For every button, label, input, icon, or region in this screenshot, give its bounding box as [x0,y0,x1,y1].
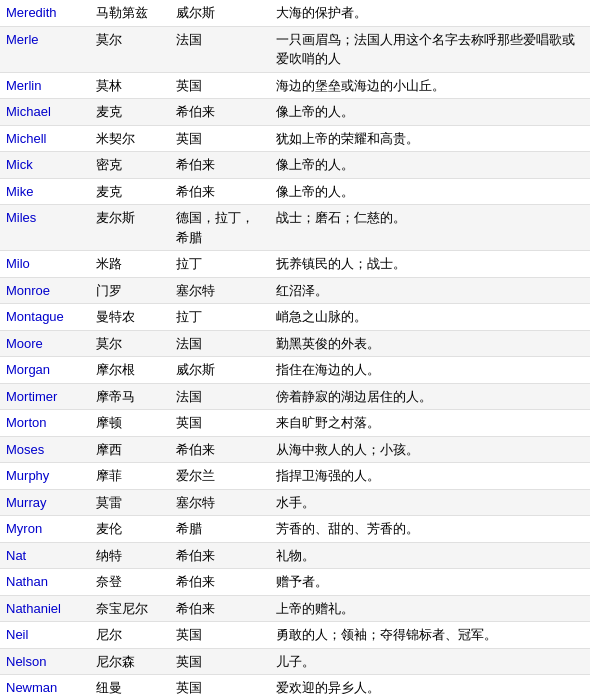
table-row: Nathaniel 奈宝尼尔 希伯来 上帝的赠礼。 [0,595,590,622]
meaning-cell: 抚养镇民的人；战士。 [270,251,590,278]
table-row: Meredith 马勒第兹 威尔斯 大海的保护者。 [0,0,590,26]
meaning-cell: 礼物。 [270,542,590,569]
meaning-cell: 红沼泽。 [270,277,590,304]
chinese-cell: 摩西 [90,436,170,463]
chinese-cell: 摩菲 [90,463,170,490]
meaning-cell: 勤黑英俊的外表。 [270,330,590,357]
name-cell[interactable]: Montague [0,304,90,331]
meaning-cell: 像上帝的人。 [270,178,590,205]
chinese-cell: 曼特农 [90,304,170,331]
chinese-cell: 奈宝尼尔 [90,595,170,622]
meaning-cell: 海边的堡垒或海边的小山丘。 [270,72,590,99]
name-cell[interactable]: Mortimer [0,383,90,410]
table-row: Moses 摩西 希伯来 从海中救人的人；小孩。 [0,436,590,463]
table-row: Miles 麦尔斯 德国，拉丁，希腊 战士；磨石；仁慈的。 [0,205,590,251]
table-row: Mick 密克 希伯来 像上帝的人。 [0,152,590,179]
table-row: Newman 纽曼 英国 爱欢迎的异乡人。 [0,675,590,695]
origin-cell: 希伯来 [170,569,270,596]
origin-cell: 英国 [170,72,270,99]
name-cell[interactable]: Mike [0,178,90,205]
chinese-cell: 门罗 [90,277,170,304]
name-cell[interactable]: Milo [0,251,90,278]
origin-cell: 英国 [170,675,270,695]
origin-cell: 法国 [170,330,270,357]
chinese-cell: 麦伦 [90,516,170,543]
origin-cell: 希伯来 [170,178,270,205]
origin-cell: 希伯来 [170,99,270,126]
origin-cell: 希腊 [170,516,270,543]
meaning-cell: 像上帝的人。 [270,99,590,126]
table-row: Montague 曼特农 拉丁 峭急之山脉的。 [0,304,590,331]
table-row: Nelson 尼尔森 英国 儿子。 [0,648,590,675]
name-cell[interactable]: Murphy [0,463,90,490]
table-row: Neil 尼尔 英国 勇敢的人；领袖；夺得锦标者、冠军。 [0,622,590,649]
meaning-cell: 来自旷野之村落。 [270,410,590,437]
table-row: Murray 莫雷 塞尔特 水手。 [0,489,590,516]
origin-cell: 希伯来 [170,152,270,179]
name-cell[interactable]: Morgan [0,357,90,384]
meaning-cell: 赠予者。 [270,569,590,596]
meaning-cell: 指住在海边的人。 [270,357,590,384]
meaning-cell: 爱欢迎的异乡人。 [270,675,590,695]
meaning-cell: 峭急之山脉的。 [270,304,590,331]
meaning-cell: 傍着静寂的湖边居住的人。 [270,383,590,410]
name-cell[interactable]: Moore [0,330,90,357]
name-cell[interactable]: Morton [0,410,90,437]
origin-cell: 德国，拉丁，希腊 [170,205,270,251]
name-cell[interactable]: Nat [0,542,90,569]
origin-cell: 威尔斯 [170,357,270,384]
name-cell[interactable]: Michell [0,125,90,152]
chinese-cell: 马勒第兹 [90,0,170,26]
origin-cell: 英国 [170,622,270,649]
chinese-cell: 摩顿 [90,410,170,437]
name-cell[interactable]: Merle [0,26,90,72]
origin-cell: 法国 [170,26,270,72]
name-cell[interactable]: Neil [0,622,90,649]
name-cell[interactable]: Mick [0,152,90,179]
origin-cell: 英国 [170,410,270,437]
name-cell[interactable]: Nathaniel [0,595,90,622]
table-row: Milo 米路 拉丁 抚养镇民的人；战士。 [0,251,590,278]
name-cell[interactable]: Monroe [0,277,90,304]
chinese-cell: 密克 [90,152,170,179]
origin-cell: 希伯来 [170,595,270,622]
chinese-cell: 麦克 [90,178,170,205]
chinese-cell: 纽曼 [90,675,170,695]
name-cell[interactable]: Merlin [0,72,90,99]
origin-cell: 法国 [170,383,270,410]
table-row: Nathan 奈登 希伯来 赠予者。 [0,569,590,596]
chinese-cell: 米路 [90,251,170,278]
name-cell[interactable]: Michael [0,99,90,126]
chinese-cell: 奈登 [90,569,170,596]
chinese-cell: 莫林 [90,72,170,99]
table-row: Merlin 莫林 英国 海边的堡垒或海边的小山丘。 [0,72,590,99]
name-cell[interactable]: Nathan [0,569,90,596]
table-row: Michell 米契尔 英国 犹如上帝的荣耀和高贵。 [0,125,590,152]
table-row: Michael 麦克 希伯来 像上帝的人。 [0,99,590,126]
name-cell[interactable]: Nelson [0,648,90,675]
origin-cell: 希伯来 [170,436,270,463]
meaning-cell: 从海中救人的人；小孩。 [270,436,590,463]
chinese-cell: 莫尔 [90,26,170,72]
name-cell[interactable]: Meredith [0,0,90,26]
name-cell[interactable]: Myron [0,516,90,543]
name-cell[interactable]: Newman [0,675,90,695]
origin-cell: 希伯来 [170,542,270,569]
table-row: Merle 莫尔 法国 一只画眉鸟；法国人用这个名字去称呼那些爱唱歌或爱吹哨的人 [0,26,590,72]
origin-cell: 拉丁 [170,304,270,331]
table-row: Moore 莫尔 法国 勤黑英俊的外表。 [0,330,590,357]
chinese-cell: 麦克 [90,99,170,126]
name-cell[interactable]: Moses [0,436,90,463]
origin-cell: 塞尔特 [170,277,270,304]
meaning-cell: 儿子。 [270,648,590,675]
name-cell[interactable]: Miles [0,205,90,251]
chinese-cell: 纳特 [90,542,170,569]
chinese-cell: 麦尔斯 [90,205,170,251]
origin-cell: 英国 [170,648,270,675]
origin-cell: 塞尔特 [170,489,270,516]
table-row: Morton 摩顿 英国 来自旷野之村落。 [0,410,590,437]
chinese-cell: 摩帝马 [90,383,170,410]
name-cell[interactable]: Murray [0,489,90,516]
meaning-cell: 勇敢的人；领袖；夺得锦标者、冠军。 [270,622,590,649]
chinese-cell: 尼尔森 [90,648,170,675]
